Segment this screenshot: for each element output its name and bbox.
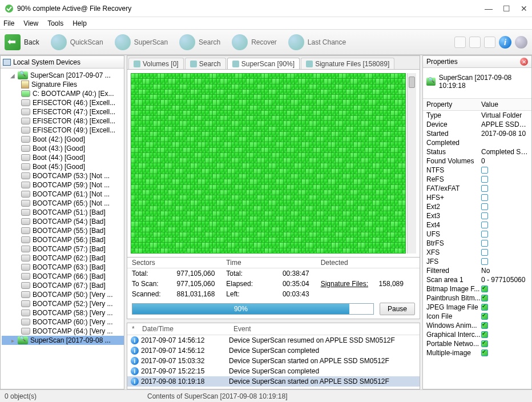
- lastchance-button[interactable]: Last Chance: [288, 34, 346, 50]
- property-row[interactable]: JFS: [423, 257, 531, 266]
- property-row[interactable]: Found Volumes0: [423, 156, 531, 166]
- back-button[interactable]: Back: [5, 34, 39, 50]
- toolbar-small-1[interactable]: [454, 37, 466, 48]
- property-row[interactable]: Paintbrush Bitm...: [423, 294, 531, 303]
- properties-close-icon[interactable]: ✕: [520, 58, 528, 66]
- property-row[interactable]: JPEG Image File: [423, 303, 531, 312]
- checkbox-icon[interactable]: [481, 340, 488, 347]
- pause-button[interactable]: Pause: [380, 303, 415, 315]
- property-row[interactable]: Ext2: [423, 202, 531, 211]
- tab-sigfiles[interactable]: Signature Files [158089]: [301, 58, 394, 69]
- tree-drive-item[interactable]: BOOTCAMP (55:) [Bad]: [2, 226, 124, 235]
- tree-drive-item[interactable]: BOOTCAMP (61:) [Not ...: [2, 190, 124, 199]
- property-row[interactable]: FAT/exFAT: [423, 184, 531, 193]
- info-icon[interactable]: i: [499, 36, 511, 49]
- maximize-button[interactable]: ☐: [503, 4, 510, 13]
- property-row[interactable]: Completed: [423, 138, 531, 147]
- tab-search[interactable]: Search: [185, 58, 226, 69]
- event-row[interactable]: i 2017-09-07 15:22:15 Device SuperScan c…: [127, 366, 420, 376]
- property-row[interactable]: StatusCompleted Suc: [423, 147, 531, 156]
- property-row[interactable]: ReFS: [423, 175, 531, 184]
- menu-file[interactable]: File: [3, 19, 14, 27]
- tree-drive-item[interactable]: EFISECTOR (47:) [Excell...: [2, 107, 124, 116]
- checkbox-icon[interactable]: [481, 322, 488, 329]
- property-row[interactable]: Graphical Interc...: [423, 330, 531, 339]
- menu-view[interactable]: View: [23, 19, 38, 27]
- tree-drive-item[interactable]: Boot (44:) [Good]: [2, 153, 124, 162]
- property-row[interactable]: HFS+: [423, 193, 531, 202]
- tab-superscan[interactable]: SuperScan [90%]: [227, 58, 300, 69]
- tree-drive-item[interactable]: BOOTCAMP (60:) [Very ...: [2, 317, 124, 327]
- toolbar-small-3[interactable]: [484, 37, 495, 48]
- tree-sigfiles-node[interactable]: Signature Files: [2, 80, 124, 89]
- tree-drive-item[interactable]: EFISECTOR (46:) [Excell...: [2, 98, 124, 107]
- property-row[interactable]: BtrFS: [423, 239, 531, 248]
- minimize-button[interactable]: —: [485, 4, 493, 13]
- superscan-button[interactable]: SuperScan: [115, 34, 168, 50]
- event-row[interactable]: i 2017-09-08 10:19:18 Device SuperScan s…: [127, 376, 420, 387]
- checkbox-icon[interactable]: [481, 212, 488, 219]
- tree-drive-item[interactable]: BOOTCAMP (59:) [Not ...: [2, 180, 124, 190]
- property-row[interactable]: UFS: [423, 230, 531, 239]
- menu-help[interactable]: Help: [72, 19, 87, 27]
- tree-drive-item[interactable]: Boot (43:) [Good]: [2, 144, 124, 153]
- events-event-header[interactable]: Event: [233, 325, 251, 333]
- checkbox-icon[interactable]: [481, 258, 488, 265]
- toolbar-small-2[interactable]: [469, 37, 481, 48]
- checkbox-icon[interactable]: [481, 249, 488, 256]
- tree-drive-item[interactable]: BOOTCAMP (57:) [Bad]: [2, 244, 124, 254]
- checkbox-icon[interactable]: [481, 194, 488, 201]
- tree-drive-item[interactable]: BOOTCAMP (65:) [Not ...: [2, 199, 124, 208]
- property-row[interactable]: Icon File: [423, 312, 531, 321]
- checkbox-icon[interactable]: [481, 349, 488, 356]
- property-row[interactable]: TypeVirtual Folder: [423, 111, 531, 120]
- checkbox-icon[interactable]: [481, 240, 488, 247]
- stats-sigfiles-label[interactable]: Signature Files:: [321, 280, 368, 288]
- tree-drive-item[interactable]: BOOTCAMP (53:) [Not ...: [2, 171, 124, 180]
- property-row[interactable]: Scan area 10 - 977105060: [423, 275, 531, 284]
- property-row[interactable]: Ext3: [423, 211, 531, 220]
- checkbox-icon[interactable]: [481, 304, 488, 311]
- property-row[interactable]: Portable Netwo...: [423, 339, 531, 348]
- device-tree[interactable]: ◢SuperScan [2017-09-07 ...Signature File…: [1, 69, 124, 389]
- sector-map-scrollbar[interactable]: [407, 73, 416, 254]
- tree-drive-item[interactable]: BOOTCAMP (51:) [Bad]: [2, 208, 124, 217]
- property-row[interactable]: NTFS: [423, 166, 531, 175]
- menu-tools[interactable]: Tools: [47, 19, 63, 27]
- tree-drive-item[interactable]: BOOTCAMP (63:) [Bad]: [2, 263, 124, 272]
- tab-volumes[interactable]: Volumes [0]: [128, 58, 184, 69]
- events-datetime-header[interactable]: Date/Time: [142, 325, 233, 333]
- tree-drive-item[interactable]: BOOTCAMP (54:) [Bad]: [2, 217, 124, 226]
- checkbox-icon[interactable]: [481, 286, 488, 292]
- tree-drive-item[interactable]: EFISECTOR (49:) [Excell...: [2, 126, 124, 135]
- checkbox-icon[interactable]: [481, 295, 488, 302]
- checkbox-icon[interactable]: [481, 203, 488, 210]
- tree-drive-item[interactable]: BOOTCAMP (58:) [Very ...: [2, 308, 124, 317]
- property-row[interactable]: DeviceAPPLE SSD SM: [423, 120, 531, 129]
- checkbox-icon[interactable]: [481, 167, 488, 174]
- property-row[interactable]: Multiple-image: [423, 348, 531, 357]
- property-row[interactable]: Started2017-09-08 10: [423, 129, 531, 138]
- tree-drive-item[interactable]: Boot (45:) [Good]: [2, 162, 124, 171]
- event-row[interactable]: i 2017-09-07 14:56:12 Device SuperScan r…: [127, 335, 420, 345]
- tree-superscan-current[interactable]: ▸SuperScan [2017-09-08 ...: [2, 336, 124, 345]
- tree-drive-item[interactable]: BOOTCAMP (50:) [Very ...: [2, 290, 124, 299]
- checkbox-icon[interactable]: [481, 176, 488, 183]
- gear-icon[interactable]: [515, 36, 527, 49]
- checkbox-icon[interactable]: [481, 331, 488, 338]
- sector-map[interactable]: [131, 73, 406, 254]
- checkbox-icon[interactable]: [481, 231, 488, 238]
- quickscan-button[interactable]: QuickScan: [51, 34, 103, 50]
- tree-drive-item[interactable]: C: BOOTCAMP (40:) [Ex...: [2, 89, 124, 98]
- tree-drive-item[interactable]: EFISECTOR (48:) [Excell...: [2, 116, 124, 126]
- tree-drive-item[interactable]: BOOTCAMP (66:) [Bad]: [2, 272, 124, 281]
- tree-superscan-node[interactable]: ◢SuperScan [2017-09-07 ...: [2, 71, 124, 80]
- tree-drive-item[interactable]: Boot (42:) [Good]: [2, 135, 124, 144]
- properties-col-value[interactable]: Value: [481, 100, 498, 108]
- tree-drive-item[interactable]: BOOTCAMP (62:) [Bad]: [2, 254, 124, 263]
- property-row[interactable]: Windows Anim...: [423, 321, 531, 330]
- tree-drive-item[interactable]: BOOTCAMP (64:) [Very ...: [2, 327, 124, 336]
- property-row[interactable]: Bitmap Image F...: [423, 284, 531, 294]
- tree-drive-item[interactable]: BOOTCAMP (67:) [Bad]: [2, 281, 124, 290]
- property-row[interactable]: Ext4: [423, 220, 531, 230]
